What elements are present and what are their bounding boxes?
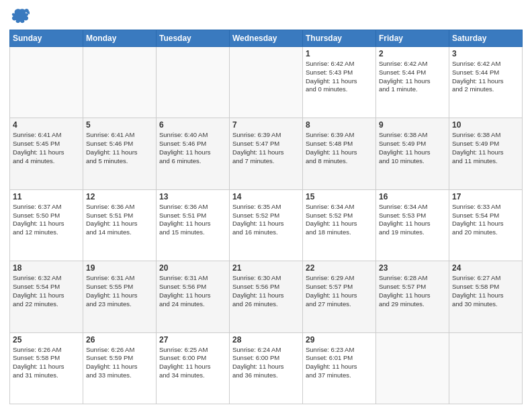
day-info: Sunrise: 6:38 AM Sunset: 5:49 PM Dayligh…	[452, 131, 519, 165]
day-number: 20	[159, 263, 226, 273]
day-number: 29	[306, 335, 373, 345]
day-info: Sunrise: 6:27 AM Sunset: 5:58 PM Dayligh…	[452, 274, 519, 308]
calendar-cell: 26Sunrise: 6:26 AM Sunset: 5:59 PM Dayli…	[83, 332, 157, 404]
day-info: Sunrise: 6:42 AM Sunset: 5:43 PM Dayligh…	[306, 60, 373, 94]
day-header-monday: Monday	[83, 30, 157, 47]
calendar-cell	[376, 332, 449, 404]
day-info: Sunrise: 6:25 AM Sunset: 6:00 PM Dayligh…	[159, 346, 226, 380]
day-info: Sunrise: 6:31 AM Sunset: 5:56 PM Dayligh…	[159, 274, 226, 308]
calendar-cell: 27Sunrise: 6:25 AM Sunset: 6:00 PM Dayli…	[157, 332, 230, 404]
calendar-cell: 14Sunrise: 6:35 AM Sunset: 5:52 PM Dayli…	[230, 189, 303, 261]
day-info: Sunrise: 6:33 AM Sunset: 5:54 PM Dayligh…	[452, 203, 519, 237]
day-header-tuesday: Tuesday	[157, 30, 230, 47]
calendar-cell	[157, 47, 230, 118]
day-number: 3	[452, 49, 519, 58]
day-header-thursday: Thursday	[303, 30, 376, 47]
day-info: Sunrise: 6:26 AM Sunset: 5:58 PM Dayligh…	[13, 346, 80, 380]
day-info: Sunrise: 6:42 AM Sunset: 5:44 PM Dayligh…	[452, 60, 519, 94]
day-number: 14	[232, 192, 300, 201]
day-number: 27	[159, 335, 226, 345]
day-header-friday: Friday	[376, 30, 449, 47]
logo	[9, 7, 30, 26]
calendar-cell: 9Sunrise: 6:38 AM Sunset: 5:49 PM Daylig…	[376, 118, 449, 189]
calendar-cell: 24Sunrise: 6:27 AM Sunset: 5:58 PM Dayli…	[449, 261, 523, 332]
day-number: 28	[232, 335, 300, 345]
day-info: Sunrise: 6:34 AM Sunset: 5:53 PM Dayligh…	[379, 203, 446, 237]
day-info: Sunrise: 6:32 AM Sunset: 5:54 PM Dayligh…	[13, 274, 80, 308]
day-info: Sunrise: 6:30 AM Sunset: 5:56 PM Dayligh…	[232, 274, 300, 308]
day-number: 1	[306, 49, 373, 58]
calendar-cell: 5Sunrise: 6:41 AM Sunset: 5:46 PM Daylig…	[83, 118, 157, 189]
week-row-3: 18Sunrise: 6:32 AM Sunset: 5:54 PM Dayli…	[10, 261, 523, 332]
day-info: Sunrise: 6:42 AM Sunset: 5:44 PM Dayligh…	[379, 60, 446, 94]
day-header-sunday: Sunday	[10, 30, 83, 47]
calendar-cell: 20Sunrise: 6:31 AM Sunset: 5:56 PM Dayli…	[157, 261, 230, 332]
day-number: 22	[306, 263, 373, 273]
calendar-cell	[83, 47, 157, 118]
calendar-cell	[230, 47, 303, 118]
day-number: 16	[379, 192, 446, 201]
calendar-cell: 4Sunrise: 6:41 AM Sunset: 5:45 PM Daylig…	[10, 118, 83, 189]
day-number: 19	[86, 263, 153, 273]
day-number: 10	[452, 120, 519, 130]
calendar-cell: 22Sunrise: 6:29 AM Sunset: 5:57 PM Dayli…	[303, 261, 376, 332]
day-number: 25	[13, 335, 80, 345]
day-number: 17	[452, 192, 519, 201]
day-info: Sunrise: 6:31 AM Sunset: 5:55 PM Dayligh…	[86, 274, 153, 308]
logo-bird-icon	[11, 7, 30, 26]
calendar-cell: 10Sunrise: 6:38 AM Sunset: 5:49 PM Dayli…	[449, 118, 523, 189]
day-info: Sunrise: 6:38 AM Sunset: 5:49 PM Dayligh…	[379, 131, 446, 165]
day-info: Sunrise: 6:39 AM Sunset: 5:47 PM Dayligh…	[232, 131, 300, 165]
day-number: 21	[232, 263, 300, 273]
day-info: Sunrise: 6:24 AM Sunset: 6:00 PM Dayligh…	[232, 346, 300, 380]
calendar-cell: 7Sunrise: 6:39 AM Sunset: 5:47 PM Daylig…	[230, 118, 303, 189]
calendar-table: SundayMondayTuesdayWednesdayThursdayFrid…	[9, 30, 523, 404]
calendar-cell: 21Sunrise: 6:30 AM Sunset: 5:56 PM Dayli…	[230, 261, 303, 332]
day-number: 5	[86, 120, 153, 130]
day-number: 7	[232, 120, 300, 130]
day-number: 2	[379, 49, 446, 58]
calendar-cell: 23Sunrise: 6:28 AM Sunset: 5:57 PM Dayli…	[376, 261, 449, 332]
day-info: Sunrise: 6:37 AM Sunset: 5:50 PM Dayligh…	[13, 203, 80, 237]
calendar-cell: 16Sunrise: 6:34 AM Sunset: 5:53 PM Dayli…	[376, 189, 449, 261]
header	[9, 7, 523, 26]
calendar-cell: 17Sunrise: 6:33 AM Sunset: 5:54 PM Dayli…	[449, 189, 523, 261]
day-info: Sunrise: 6:36 AM Sunset: 5:51 PM Dayligh…	[86, 203, 153, 237]
calendar-cell: 15Sunrise: 6:34 AM Sunset: 5:52 PM Dayli…	[303, 189, 376, 261]
day-info: Sunrise: 6:29 AM Sunset: 5:57 PM Dayligh…	[306, 274, 373, 308]
day-number: 18	[13, 263, 80, 273]
day-header-saturday: Saturday	[449, 30, 523, 47]
calendar-cell: 29Sunrise: 6:23 AM Sunset: 6:01 PM Dayli…	[303, 332, 376, 404]
calendar-cell: 13Sunrise: 6:36 AM Sunset: 5:51 PM Dayli…	[157, 189, 230, 261]
calendar-cell: 28Sunrise: 6:24 AM Sunset: 6:00 PM Dayli…	[230, 332, 303, 404]
week-row-4: 25Sunrise: 6:26 AM Sunset: 5:58 PM Dayli…	[10, 332, 523, 404]
day-number: 23	[379, 263, 446, 273]
calendar-cell: 6Sunrise: 6:40 AM Sunset: 5:46 PM Daylig…	[157, 118, 230, 189]
day-info: Sunrise: 6:40 AM Sunset: 5:46 PM Dayligh…	[159, 131, 226, 165]
day-info: Sunrise: 6:36 AM Sunset: 5:51 PM Dayligh…	[159, 203, 226, 237]
day-header-wednesday: Wednesday	[230, 30, 303, 47]
day-number: 24	[452, 263, 519, 273]
calendar-header-row: SundayMondayTuesdayWednesdayThursdayFrid…	[10, 30, 523, 47]
calendar-cell: 18Sunrise: 6:32 AM Sunset: 5:54 PM Dayli…	[10, 261, 83, 332]
page: SundayMondayTuesdayWednesdayThursdayFrid…	[0, 0, 532, 411]
week-row-1: 4Sunrise: 6:41 AM Sunset: 5:45 PM Daylig…	[10, 118, 523, 189]
day-info: Sunrise: 6:39 AM Sunset: 5:48 PM Dayligh…	[306, 131, 373, 165]
day-info: Sunrise: 6:28 AM Sunset: 5:57 PM Dayligh…	[379, 274, 446, 308]
calendar-cell: 12Sunrise: 6:36 AM Sunset: 5:51 PM Dayli…	[83, 189, 157, 261]
day-info: Sunrise: 6:34 AM Sunset: 5:52 PM Dayligh…	[306, 203, 373, 237]
calendar-cell: 19Sunrise: 6:31 AM Sunset: 5:55 PM Dayli…	[83, 261, 157, 332]
calendar-cell	[10, 47, 83, 118]
day-info: Sunrise: 6:41 AM Sunset: 5:46 PM Dayligh…	[86, 131, 153, 165]
calendar-cell: 3Sunrise: 6:42 AM Sunset: 5:44 PM Daylig…	[449, 47, 523, 118]
calendar-cell	[449, 332, 523, 404]
day-info: Sunrise: 6:23 AM Sunset: 6:01 PM Dayligh…	[306, 346, 373, 380]
day-number: 15	[306, 192, 373, 201]
day-info: Sunrise: 6:35 AM Sunset: 5:52 PM Dayligh…	[232, 203, 300, 237]
day-info: Sunrise: 6:41 AM Sunset: 5:45 PM Dayligh…	[13, 131, 80, 165]
week-row-0: 1Sunrise: 6:42 AM Sunset: 5:43 PM Daylig…	[10, 47, 523, 118]
calendar-cell: 11Sunrise: 6:37 AM Sunset: 5:50 PM Dayli…	[10, 189, 83, 261]
week-row-2: 11Sunrise: 6:37 AM Sunset: 5:50 PM Dayli…	[10, 189, 523, 261]
day-number: 26	[86, 335, 153, 345]
day-number: 9	[379, 120, 446, 130]
